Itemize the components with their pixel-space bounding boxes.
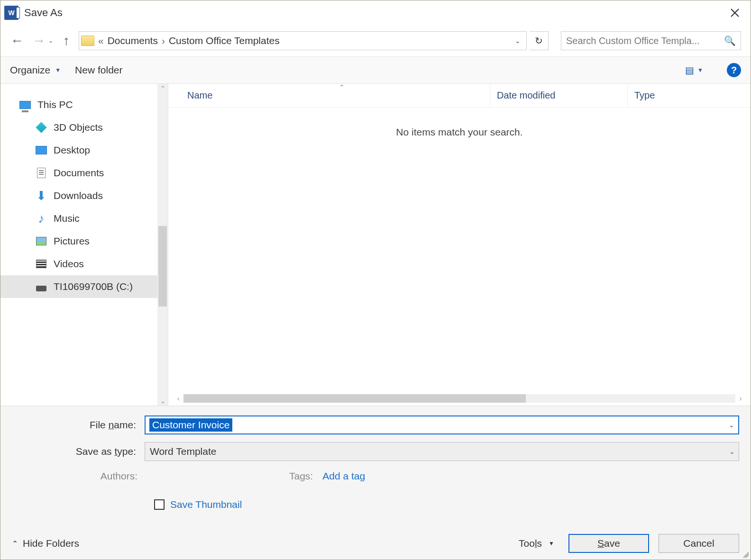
view-options-button[interactable]: ▤ ▼	[685, 64, 703, 76]
cancel-button[interactable]: Cancel	[659, 534, 739, 553]
tree-label: Pictures	[54, 235, 90, 247]
scrollbar-thumb[interactable]	[183, 394, 526, 403]
organize-label: Organize	[10, 64, 50, 76]
savetype-value: Word Template	[150, 446, 216, 457]
refresh-icon: ↻	[535, 35, 543, 46]
scrollbar-thumb[interactable]	[158, 226, 167, 307]
tree-item-music[interactable]: ♪ Music	[0, 207, 168, 230]
breadcrumb-overflow: «	[98, 35, 104, 46]
tree-label: Desktop	[54, 145, 90, 156]
search-input[interactable]: Search Custom Office Templa... 🔍	[561, 31, 741, 50]
up-button[interactable]: ↑	[57, 31, 76, 50]
file-list: Name Date modified Type No items match y…	[168, 84, 751, 406]
hide-folders-label: Hide Folders	[23, 538, 79, 549]
desktop-icon	[36, 145, 47, 156]
content-area: ⌃ This PC 3D Objects Desktop Documents ⬇…	[0, 84, 751, 406]
tree-item-videos[interactable]: Videos	[0, 253, 168, 275]
new-folder-button[interactable]: New folder	[75, 64, 122, 76]
help-icon: ?	[731, 65, 737, 76]
chevron-down-icon[interactable]: ⌄	[729, 421, 734, 429]
organize-button[interactable]: Organize ▼	[10, 64, 61, 76]
tree-scrollbar[interactable]: ⌃ ⌄	[157, 84, 168, 406]
dialog-footer: ⌃ Hide Folders Tools ▼ Save Cancel	[12, 534, 739, 553]
downloads-icon: ⬇	[36, 190, 47, 201]
horizontal-scrollbar[interactable]: ‹ ›	[173, 393, 746, 404]
tree-label: TI10699700B (C:)	[54, 281, 133, 292]
authors-label: Authors:	[12, 470, 137, 482]
videos-icon	[36, 260, 46, 268]
tags-label: Tags:	[289, 470, 313, 482]
column-header-type[interactable]: Type	[627, 84, 751, 107]
view-list-icon: ▤	[685, 64, 693, 76]
chevron-down-icon: ▼	[549, 540, 554, 547]
save-thumbnail-label[interactable]: Save Thumbnail	[170, 499, 242, 510]
tools-button[interactable]: Tools ▼	[514, 538, 559, 549]
column-header-name[interactable]: Name	[168, 90, 490, 101]
music-icon: ♪	[36, 213, 47, 224]
dialog-title: Save As	[24, 7, 63, 19]
drive-icon	[36, 286, 46, 291]
pictures-icon	[36, 237, 46, 245]
tree-item-drive-c[interactable]: TI10699700B (C:)	[0, 275, 168, 298]
scroll-right-icon: ›	[735, 395, 746, 402]
back-button[interactable]: ←	[8, 31, 27, 50]
tree-label: Downloads	[54, 190, 103, 201]
savetype-select[interactable]: Word Template ⌄	[145, 442, 739, 461]
column-headers: Name Date modified Type	[168, 84, 751, 108]
scroll-left-icon: ‹	[173, 395, 183, 402]
tree-item-documents[interactable]: Documents	[0, 162, 168, 184]
forward-button[interactable]: →	[29, 31, 48, 50]
hide-folders-button[interactable]: ⌃ Hide Folders	[12, 538, 79, 549]
chevron-down-icon: ▼	[55, 67, 61, 73]
tree-label: Videos	[54, 258, 84, 270]
folder-icon	[81, 36, 94, 46]
search-icon: 🔍	[724, 35, 736, 46]
tree-label: Music	[54, 213, 80, 224]
empty-list-message: No items match your search.	[168, 108, 751, 138]
filename-input[interactable]: Customer Invoice ⌄	[145, 415, 739, 434]
titlebar: W Save As	[0, 0, 751, 25]
documents-icon	[37, 168, 46, 178]
history-dropdown-icon[interactable]: ⌄	[48, 37, 53, 44]
this-pc-icon	[19, 99, 31, 110]
tree-label: 3D Objects	[54, 122, 103, 133]
scroll-down-icon: ⌄	[157, 397, 168, 405]
filename-value: Customer Invoice	[149, 418, 232, 432]
tree-item-desktop[interactable]: Desktop	[0, 139, 168, 162]
save-thumbnail-checkbox[interactable]	[154, 499, 165, 510]
breadcrumb-separator: ›	[162, 35, 165, 46]
tree-label: Documents	[54, 167, 104, 179]
save-as-dialog: W Save As ← → ⌄ ↑ « Documents › Custom O…	[0, 0, 751, 560]
save-button[interactable]: Save	[568, 534, 649, 553]
address-dropdown-icon[interactable]: ⌄	[511, 37, 524, 45]
help-button[interactable]: ?	[727, 63, 741, 77]
tree-item-3d-objects[interactable]: 3D Objects	[0, 116, 168, 139]
breadcrumb-item-documents[interactable]: Documents	[108, 35, 158, 46]
tree-item-pictures[interactable]: Pictures	[0, 230, 168, 253]
toolbar: Organize ▼ New folder ▤ ▼ ?	[0, 56, 751, 84]
word-app-icon: W	[4, 6, 18, 20]
close-icon	[730, 8, 740, 18]
address-bar[interactable]: « Documents › Custom Office Templates ⌄	[79, 31, 527, 50]
chevron-down-icon[interactable]: ⌄	[729, 448, 735, 455]
chevron-up-icon: ⌃	[12, 539, 18, 548]
tree-item-downloads[interactable]: ⬇ Downloads	[0, 184, 168, 207]
folder-tree: This PC 3D Objects Desktop Documents ⬇ D…	[0, 84, 168, 406]
savetype-label: Save as type:	[12, 446, 145, 457]
form-area: File name: Customer Invoice ⌄ Save as ty…	[0, 406, 751, 560]
filename-label: File name:	[12, 419, 145, 431]
column-header-date[interactable]: Date modified	[490, 84, 627, 107]
tree-item-this-pc[interactable]: This PC	[0, 93, 168, 116]
scroll-up-icon: ⌃	[157, 84, 168, 92]
add-tag-link[interactable]: Add a tag	[322, 470, 365, 482]
3d-objects-icon	[36, 122, 46, 133]
chevron-down-icon: ▼	[697, 67, 703, 73]
refresh-button[interactable]: ↻	[530, 31, 549, 50]
search-placeholder: Search Custom Office Templa...	[566, 36, 724, 46]
tree-label: This PC	[37, 99, 73, 110]
resize-grip-icon[interactable]	[741, 550, 749, 558]
close-button[interactable]	[723, 3, 747, 22]
navigation-bar: ← → ⌄ ↑ « Documents › Custom Office Temp…	[0, 25, 751, 56]
breadcrumb-item-current[interactable]: Custom Office Templates	[169, 35, 280, 46]
